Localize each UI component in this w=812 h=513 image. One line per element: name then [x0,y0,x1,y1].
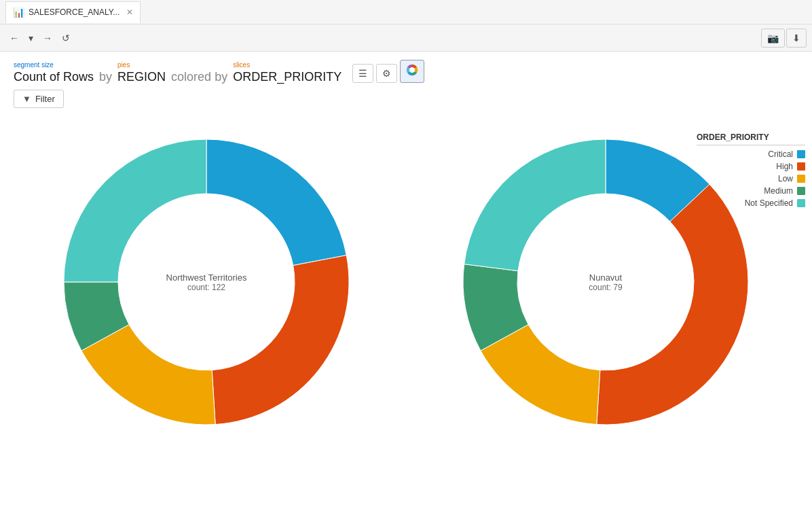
legend-swatch [797,162,805,171]
slices-label: slices [233,61,342,69]
legend-item-label: Medium [764,186,793,196]
tab-close-button[interactable]: ✕ [126,7,133,17]
tab-title: SALESFORCE_ANALY... [29,7,119,17]
donut-slice[interactable] [206,139,346,266]
legend-item-label: Critical [768,149,793,159]
dropdown-button[interactable]: ▾ [24,30,37,46]
legend-swatch [797,175,805,183]
pies-group: pies REGION [117,61,166,84]
legend: ORDER_PRIORITY Critical High Low Medium … [697,132,805,211]
refresh-button[interactable]: ↺ [58,30,74,46]
legend-item-label: Not Specified [745,198,793,208]
donut-container: Northwest Territories count: 122 [57,132,356,431]
download-button[interactable]: ⬇ [786,29,807,48]
legend-item-label: Low [778,174,793,183]
screenshot-button[interactable]: 📷 [761,29,785,48]
legend-item-label: High [776,162,793,171]
legend-swatch [797,187,805,195]
title-bar: 📊 SALESFORCE_ANALY... ✕ [0,0,812,24]
camera-icon: 📷 [767,33,779,43]
legend-item: Low [697,174,805,183]
chart-header: segment size Count of Rows by pies REGIO… [0,52,812,90]
segment-size-group: segment size Count of Rows [14,61,94,84]
legend-item: High [697,162,805,171]
slices-value: ORDER_PRIORITY [233,70,342,84]
nav-bar: ← ▾ → ↺ 📷 ⬇ [0,24,812,52]
gear-icon: ⚙ [382,68,391,79]
colored-by-connector: colored by [171,70,227,84]
legend-title: ORDER_PRIORITY [697,132,805,145]
filter-bar: ▼ Filter [0,90,812,119]
donut-slice[interactable] [64,139,206,282]
by-connector: by [99,70,112,84]
slices-group: slices ORDER_PRIORITY [233,61,342,84]
tab-icon: 📊 [13,7,24,18]
browser-tab[interactable]: 📊 SALESFORCE_ANALY... ✕ [5,1,141,23]
forward-button[interactable]: → [39,30,56,46]
svg-point-1 [409,67,415,73]
pies-label: pies [117,61,166,69]
color-icon [406,67,418,78]
donut-slice[interactable] [464,139,606,271]
legend-swatch [797,150,805,158]
segment-size-value: Count of Rows [14,70,94,84]
filter-icon: ▼ [22,94,31,104]
filter-button[interactable]: ▼ Filter [14,90,64,108]
settings-button[interactable]: ⚙ [376,64,397,83]
filter-label: Filter [35,94,55,104]
charts-area: Northwest Territories count: 122 Nunavut… [7,119,805,445]
legend-item: Medium [697,186,805,196]
legend-swatch [797,199,805,207]
donut-svg [57,132,356,431]
donut-slice[interactable] [597,184,748,425]
download-icon: ⬇ [792,33,800,43]
list-icon: ☰ [358,68,367,79]
back-button[interactable]: ← [5,30,23,46]
color-button[interactable] [400,60,424,83]
main-content: Northwest Territories count: 122 Nunavut… [0,119,812,445]
donut-slice[interactable] [212,255,349,425]
legend-item: Not Specified [697,198,805,208]
segment-size-label: segment size [14,61,94,69]
pies-value: REGION [117,70,166,84]
legend-item: Critical [697,149,805,159]
list-view-button[interactable]: ☰ [352,64,373,83]
